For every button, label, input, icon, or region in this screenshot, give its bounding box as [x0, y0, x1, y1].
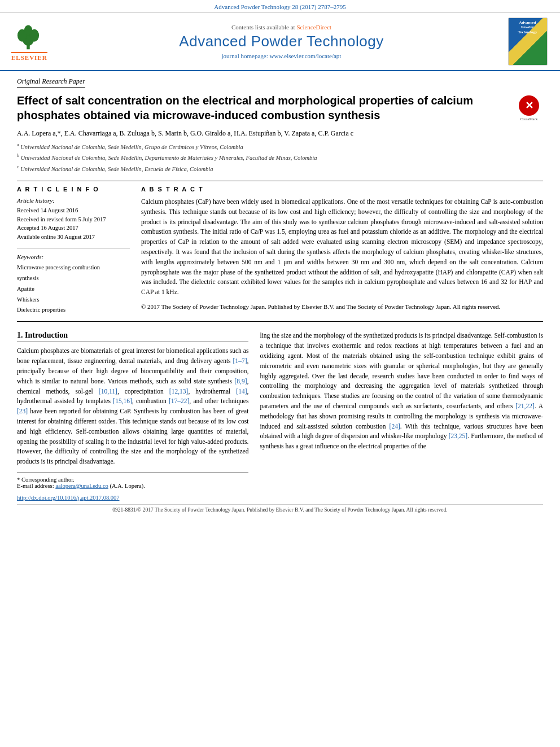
authors-text: A.A. Lopera a,*, E.A. Chavarriaga a, B. …	[17, 129, 353, 137]
article-info-heading: A R T I C L E I N F O	[17, 186, 130, 193]
elsevier-text: ELSEVIER	[11, 52, 47, 61]
affiliation-a: a Universidad Nacional de Colombia, Sede…	[17, 142, 543, 152]
keyword-3: Apatite	[17, 284, 130, 295]
keyword-4: Whiskers	[17, 295, 130, 305]
ref-15-16: [15,16]	[113, 397, 132, 404]
intro-section-number: 1.	[17, 331, 25, 339]
abstract-col: A B S T R A C T Calcium phosphates (CaP)…	[141, 186, 543, 316]
affiliation-b: b Universidad Nacional de Colombia, Sede…	[17, 152, 543, 163]
keyword-2: synthesis	[17, 273, 130, 284]
journal-thumbnail: AdvancedPowderTechnology	[506, 18, 549, 65]
journal-header: ELSEVIER Contents lists available at Sci…	[0, 13, 560, 71]
journal-thumb-label: AdvancedPowderTechnology	[510, 20, 546, 34]
history-received: Received 14 August 2016	[17, 206, 130, 215]
history-online: Available online 30 August 2017	[17, 233, 130, 242]
ref-1-7: [1–7]	[233, 357, 247, 364]
affil-b-text: Universidad Nacional de Colombia, Sede M…	[21, 155, 317, 161]
paper-title: Effect of salt concentration on the elec…	[17, 93, 506, 123]
sciencedirect-link[interactable]: ScienceDirect	[296, 24, 331, 30]
main-content: 1. Introduction Calcium phosphates are b…	[17, 331, 543, 489]
title-row: Effect of salt concentration on the elec…	[17, 93, 543, 123]
abstract-text: Calcium phosphates (CaP) have been widel…	[141, 197, 543, 312]
footnote-area: * Corresponding author. E-mail address: …	[17, 473, 248, 489]
crossmark-circle: ✕	[519, 95, 539, 116]
elsevier-logo: ELSEVIER	[11, 23, 56, 61]
ref-23-25: [23,25]	[449, 433, 468, 439]
left-col: 1. Introduction Calcium phosphates are b…	[17, 331, 248, 489]
email-suffix: (A.A. Lopera).	[110, 483, 145, 489]
affiliations: a Universidad Nacional de Colombia, Sede…	[17, 142, 543, 174]
journal-title: Advanced Powder Technology	[56, 33, 506, 50]
article-history: Article history: Received 14 August 2016…	[17, 197, 130, 242]
journal-citation: Advanced Powder Technology 28 (2017) 278…	[214, 3, 345, 10]
journal-thumb-box: AdvancedPowderTechnology	[508, 18, 548, 65]
keywords-list: Microwave processing combustion synthesi…	[17, 263, 130, 316]
email-line: E-mail address: aalopera@unal.edu.co (A.…	[17, 483, 248, 489]
authors-line: A.A. Lopera a,*, E.A. Chavarriaga a, B. …	[17, 128, 543, 138]
sciencedirect-line: Contents lists available at ScienceDirec…	[56, 24, 506, 30]
section-divider-2	[17, 321, 543, 322]
history-accepted: Accepted 16 August 2017	[17, 224, 130, 233]
ref-8-9: [8,9]	[234, 378, 247, 385]
ref-12-13: [12,13]	[169, 388, 189, 395]
keywords-section: Keywords: Microwave processing combustio…	[17, 254, 130, 316]
journal-center: Contents lists available at ScienceDirec…	[56, 24, 506, 59]
crossmark-text: CrossMark	[520, 117, 537, 121]
footer-text: 0921-8831/© 2017 The Society of Powder T…	[17, 504, 543, 515]
ref-24: [24]	[390, 423, 400, 430]
article-info-col: A R T I C L E I N F O Article history: R…	[17, 186, 130, 316]
intro-right-text: ling the size and the morphology of the …	[260, 331, 543, 452]
paper-type-label: Original Research Paper	[17, 77, 85, 88]
affil-c-text: Universidad Nacional de Colombia, Sede M…	[20, 165, 213, 172]
ref-17-22: [17–22]	[169, 397, 189, 404]
intro-left-text: Calcium phosphates are biomaterials of g…	[17, 346, 248, 467]
abstract-body: Calcium phosphates (CaP) have been widel…	[141, 198, 543, 295]
crossmark-icon: ✕	[525, 99, 533, 112]
affiliation-c: c Universidad Nacional de Colombia, Sede…	[17, 164, 543, 174]
ref-10-11: [10,11]	[99, 388, 117, 395]
history-revised: Received in revised form 5 July 2017	[17, 215, 130, 224]
email-link[interactable]: aalopera@unal.edu.co	[55, 483, 108, 489]
crossmark-logo: ✕ CrossMark	[515, 95, 543, 121]
elsevier-tree-icon	[11, 23, 45, 51]
ref-21-22: [21,22]	[515, 403, 535, 409]
article-info-abstract-section: A R T I C L E I N F O Article history: R…	[17, 186, 543, 316]
keyword-1: Microwave processing combustion	[17, 263, 130, 273]
email-label: E-mail address:	[17, 483, 54, 489]
abstract-copyright: © 2017 The Society of Powder Technology …	[141, 302, 543, 312]
intro-section-title: 1. Introduction	[17, 331, 248, 342]
intro-section-name: Introduction	[25, 331, 68, 339]
homepage-url: www.elsevier.com/locate/apt	[269, 53, 341, 59]
affil-a-text: Universidad Nacional de Colombia, Sede M…	[20, 144, 243, 150]
doi-link[interactable]: http://dx.doi.org/10.1016/j.apt.2017.08.…	[17, 495, 543, 501]
paper-body: Original Research Paper Effect of salt c…	[0, 71, 560, 526]
article-history-title: Article history:	[17, 197, 130, 204]
svg-point-4	[24, 25, 33, 35]
corresponding-note: * Corresponding author.	[17, 477, 248, 483]
top-bar: Advanced Powder Technology 28 (2017) 278…	[0, 0, 560, 13]
journal-homepage: journal homepage: www.elsevier.com/locat…	[56, 53, 506, 59]
keyword-5: Dielectric properties	[17, 305, 130, 316]
keywords-title: Keywords:	[17, 254, 130, 260]
abstract-heading: A B S T R A C T	[141, 186, 543, 193]
ref-23: [23]	[17, 408, 28, 414]
right-col: ling the size and the morphology of the …	[260, 331, 543, 489]
section-divider-1	[17, 181, 543, 181]
ref-14: [14]	[236, 388, 247, 395]
